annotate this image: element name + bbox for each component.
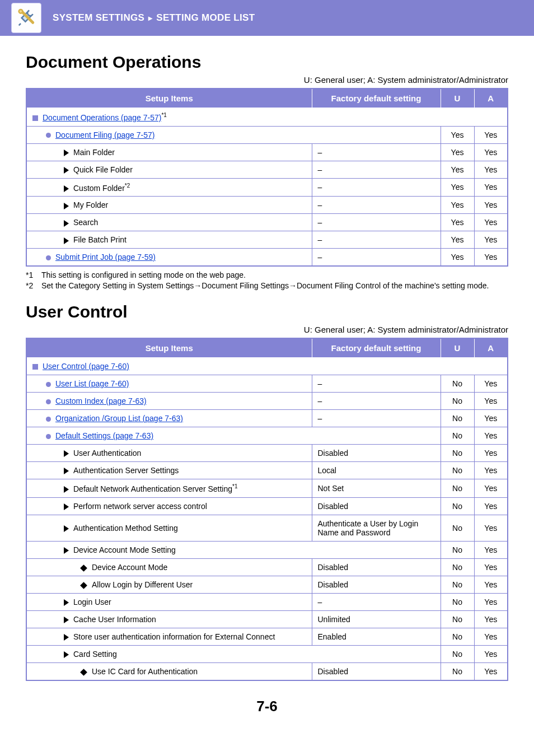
triangle-bullet-icon	[64, 450, 69, 457]
table-row: Perform network server access controlDis…	[26, 497, 508, 515]
setup-item-label: Quick File Folder	[73, 165, 133, 174]
triangle-bullet-icon	[64, 203, 69, 209]
u-cell: No	[441, 576, 474, 593]
setup-item-cell: Device Account Mode	[26, 558, 312, 576]
triangle-bullet-icon	[64, 486, 69, 493]
setup-item-link[interactable]: Custom Index (page 7-63)	[55, 396, 147, 405]
a-cell: Yes	[474, 126, 508, 143]
footnote-label: *2	[26, 281, 41, 291]
setup-item-label: Default Network Authentication Server Se…	[73, 484, 232, 493]
setup-item-cell: Cache User Information	[26, 610, 312, 628]
page-number: 7-6	[0, 698, 534, 715]
setup-item-cell: Perform network server access control	[26, 497, 312, 515]
u-cell: No	[441, 393, 474, 410]
a-cell: Yes	[474, 445, 508, 462]
a-cell: Yes	[474, 628, 508, 645]
a-cell: Yes	[474, 214, 508, 231]
setup-item-link[interactable]: Default Settings (page 7-63)	[55, 431, 153, 440]
u-cell: No	[441, 497, 474, 515]
setup-item-cell: Store user authentication information fo…	[26, 628, 312, 645]
setup-item-cell: My Folder	[26, 197, 312, 214]
u-cell: No	[441, 662, 474, 680]
setup-item-link[interactable]: Document Filing (page 7-57)	[55, 130, 154, 139]
circle-bullet-icon	[46, 434, 51, 439]
setup-item-link[interactable]: Organization /Group List (page 7-63)	[55, 414, 183, 423]
table-row: Main Folder–YesYes	[26, 143, 508, 161]
setup-item-cell: Default Settings (page 7-63)	[26, 427, 441, 445]
setup-item-label: Allow Login by Different User	[92, 580, 193, 589]
setup-item-link[interactable]: Submit Print Job (page 7-59)	[55, 253, 156, 262]
factory-default-cell: –	[312, 178, 441, 197]
factory-default-cell: –	[312, 197, 441, 214]
table-row: Custom Index (page 7-63)–NoYes	[26, 393, 508, 410]
column-header: Factory default setting	[312, 338, 441, 358]
a-cell: Yes	[474, 558, 508, 576]
column-header: A	[474, 338, 508, 358]
u-cell: Yes	[441, 178, 474, 197]
footnote-ref: *1	[161, 112, 166, 118]
table-row: Quick File Folder–YesYes	[26, 161, 508, 178]
a-cell: Yes	[474, 410, 508, 427]
table-row: Organization /Group List (page 7-63)–NoY…	[26, 410, 508, 427]
footnote-text: This setting is configured in setting mo…	[41, 270, 246, 279]
circle-bullet-icon	[46, 133, 51, 138]
factory-default-cell: –	[312, 375, 441, 393]
triangle-bullet-icon	[64, 547, 69, 554]
settings-table: Setup ItemsFactory default settingUAUser…	[26, 338, 508, 681]
a-cell: Yes	[474, 143, 508, 161]
setup-item-cell: Device Account Mode Setting	[26, 541, 441, 558]
svg-point-0	[19, 10, 23, 13]
table-row: Authentication Method SettingAuthenticat…	[26, 515, 508, 541]
circle-bullet-icon	[46, 255, 51, 260]
diamond-bullet-icon	[80, 582, 87, 589]
setup-item-cell: Use IC Card for Authentication	[26, 662, 312, 680]
u-cell: Yes	[441, 249, 474, 267]
column-header: Setup Items	[26, 88, 312, 108]
setup-item-label: User Authentication	[73, 449, 141, 458]
table-row: Device Account ModeDisabledNoYes	[26, 558, 508, 576]
circle-bullet-icon	[46, 417, 51, 422]
u-cell: Yes	[441, 143, 474, 161]
table-row: Custom Folder*2–YesYes	[26, 178, 508, 197]
u-cell: No	[441, 645, 474, 662]
factory-default-cell: Unlimited	[312, 610, 441, 628]
chevron-right-icon: ►	[147, 14, 154, 22]
a-cell: Yes	[474, 593, 508, 610]
setup-item-cell: User Authentication	[26, 445, 312, 462]
triangle-bullet-icon	[64, 150, 69, 156]
setup-item-label: Device Account Mode Setting	[73, 545, 176, 554]
factory-default-cell: –	[312, 249, 441, 267]
footnotes: *1This setting is configured in setting …	[26, 270, 508, 291]
breadcrumb: SYSTEM SETTINGS►SETTING MODE LIST	[53, 12, 255, 24]
section-title: Document Operations	[26, 53, 508, 72]
factory-default-cell: Disabled	[312, 662, 441, 680]
setup-item-label: Search	[73, 218, 98, 227]
u-cell: No	[441, 410, 474, 427]
footnote-ref: *1	[232, 483, 237, 489]
settings-table: Setup ItemsFactory default settingUADocu…	[26, 88, 508, 267]
table-row: Authentication Server SettingsLocalNoYes	[26, 462, 508, 479]
circle-bullet-icon	[46, 382, 51, 387]
setup-item-link[interactable]: Document Operations (page 7-57)	[43, 113, 161, 122]
setup-item-link[interactable]: User List (page 7-60)	[55, 379, 129, 388]
u-cell: No	[441, 445, 474, 462]
factory-default-cell: Enabled	[312, 628, 441, 645]
a-cell: Yes	[474, 497, 508, 515]
footnote-text: Set the Category Setting in System Setti…	[41, 281, 489, 290]
u-cell: No	[441, 541, 474, 558]
a-cell: Yes	[474, 515, 508, 541]
setup-item-link[interactable]: User Control (page 7-60)	[43, 362, 129, 371]
setup-item-cell: Custom Index (page 7-63)	[26, 393, 312, 410]
factory-default-cell: Local	[312, 462, 441, 479]
setup-item-label: File Batch Print	[73, 235, 127, 244]
a-cell: Yes	[474, 576, 508, 593]
triangle-bullet-icon	[64, 220, 69, 227]
u-cell: Yes	[441, 214, 474, 231]
a-cell: Yes	[474, 462, 508, 479]
a-cell: Yes	[474, 541, 508, 558]
table-row: File Batch Print–YesYes	[26, 231, 508, 249]
table-row: Allow Login by Different UserDisabledNoY…	[26, 576, 508, 593]
factory-default-cell: –	[312, 410, 441, 427]
setup-item-cell: Custom Folder*2	[26, 178, 312, 197]
table-row: Search–YesYes	[26, 214, 508, 231]
